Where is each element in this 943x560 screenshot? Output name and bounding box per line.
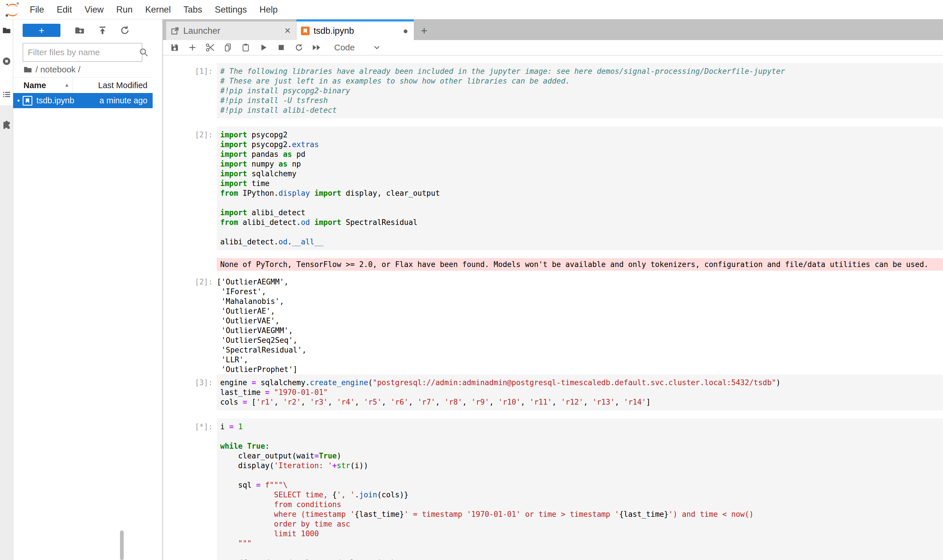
file-filter-input[interactable] — [27, 47, 139, 57]
jupyter-logo-icon — [3, 2, 22, 18]
menu-help[interactable]: Help — [253, 0, 284, 19]
tab-launcher[interactable]: Launcher ✕ — [166, 21, 296, 40]
new-tab-button[interactable]: + — [416, 22, 432, 39]
output-prompt: [2]: — [163, 274, 217, 374]
column-name[interactable]: Name — [23, 81, 46, 90]
search-icon — [139, 48, 149, 57]
sort-ascending-icon: ▲ — [65, 82, 69, 88]
cell-input-editor[interactable]: import psycopg2 import psycopg2.extras i… — [217, 126, 943, 250]
file-filter-box — [23, 43, 142, 62]
paste-cells-icon[interactable] — [241, 43, 250, 52]
menu-bar: FileEditViewRunKernelTabsSettingsHelp — [0, 0, 943, 20]
code-cell[interactable]: [1]:# The following libraries have alrea… — [163, 63, 943, 118]
main-dock-panel: Launcher ✕ tsdb.ipynb ● + — [163, 19, 943, 560]
close-tab-icon[interactable]: ✕ — [284, 26, 291, 35]
cell-type-select[interactable]: Code — [334, 43, 355, 52]
launcher-tab-label: Launcher — [183, 26, 284, 36]
chevron-down-icon[interactable] — [373, 43, 381, 52]
cell-input-editor[interactable]: # The following libraries have already b… — [217, 63, 943, 118]
run-cell-icon[interactable] — [259, 43, 269, 52]
left-activity-bar — [0, 20, 13, 560]
code-cell[interactable]: [*]:i = 1 while True: clear_output(wait=… — [163, 418, 943, 560]
notebook-content: [1]:# The following libraries have alrea… — [163, 55, 943, 560]
execution-count: [3]: — [163, 374, 217, 410]
extension-manager-icon[interactable] — [2, 120, 11, 129]
launcher-tab-icon — [171, 27, 179, 35]
menu-file[interactable]: File — [23, 0, 50, 19]
menu-items: FileEditViewRunKernelTabsSettingsHelp — [23, 0, 284, 19]
file-list-header: Name ▲ Last Modified — [13, 77, 153, 93]
stderr-output: None of PyTorch, TensorFlow >= 2.0, or F… — [217, 258, 943, 271]
menu-tabs[interactable]: Tabs — [177, 0, 208, 19]
menu-run[interactable]: Run — [110, 0, 139, 19]
menu-settings[interactable]: Settings — [208, 0, 253, 19]
file-name: tsdb.ipynb — [36, 96, 74, 105]
new-launcher-button[interactable]: + — [23, 24, 60, 37]
code-cell[interactable]: [3]:engine = sqlalchemy.create_engine("p… — [163, 374, 943, 410]
home-folder-icon — [23, 65, 32, 74]
file-browser-panel: + / notebook — [13, 20, 162, 560]
restart-run-all-icon[interactable] — [312, 43, 322, 52]
file-browser-toolbar: + — [13, 22, 162, 38]
tab-notebook-active[interactable]: tsdb.ipynb ● — [296, 20, 414, 40]
notebook-file-icon — [23, 96, 32, 106]
cut-cells-icon[interactable] — [205, 43, 215, 52]
notebook-tab-label: tsdb.ipynb — [313, 26, 403, 36]
notebook-toolbar: Code — [163, 40, 943, 55]
copy-cells-icon[interactable] — [223, 43, 233, 52]
running-sessions-icon[interactable] — [2, 57, 11, 66]
save-icon[interactable] — [170, 43, 179, 52]
new-folder-icon[interactable] — [74, 25, 85, 36]
execution-count: [1]: — [163, 63, 217, 118]
menu-edit[interactable]: Edit — [50, 0, 78, 19]
upload-icon[interactable] — [97, 25, 108, 36]
restart-kernel-icon[interactable] — [294, 43, 304, 52]
stop-kernel-icon[interactable] — [276, 43, 286, 52]
column-last-modified[interactable]: Last Modified — [98, 81, 148, 90]
sidebar-scrollbar[interactable] — [120, 531, 124, 560]
cell-input-editor[interactable]: i = 1 while True: clear_output(wait=True… — [217, 418, 943, 560]
menu-kernel[interactable]: Kernel — [139, 0, 177, 19]
execution-count: [2]: — [163, 126, 217, 250]
breadcrumb[interactable]: / notebook / — [23, 65, 80, 74]
file-modified: a minute ago — [99, 96, 148, 105]
file-browser-icon[interactable] — [2, 26, 11, 35]
code-cell[interactable]: [2]:import psycopg2 import psycopg2.extr… — [163, 126, 943, 250]
add-cell-icon[interactable] — [188, 43, 197, 52]
execution-count: [*]: — [163, 418, 217, 560]
notebook-tab-icon — [301, 27, 310, 35]
table-of-contents-icon[interactable] — [2, 90, 11, 99]
menu-view[interactable]: View — [78, 0, 110, 19]
cell-input-editor[interactable]: engine = sqlalchemy.create_engine("postg… — [217, 374, 943, 410]
jupyterlab-window: FileEditViewRunKernelTabsSettingsHelp + — [0, 0, 943, 560]
dock-tab-bar: Launcher ✕ tsdb.ipynb ● + — [163, 19, 943, 40]
file-row-selected[interactable]: • tsdb.ipynb a minute ago — [13, 93, 153, 108]
breadcrumb-path: / notebook / — [35, 65, 80, 74]
unsaved-changes-icon[interactable]: ● — [403, 26, 408, 36]
cell-output: [2]:['OutlierAEGMM', 'IForest', 'Mahalan… — [163, 274, 943, 374]
refresh-icon[interactable] — [119, 25, 130, 36]
unsaved-dot-icon: • — [17, 93, 20, 108]
